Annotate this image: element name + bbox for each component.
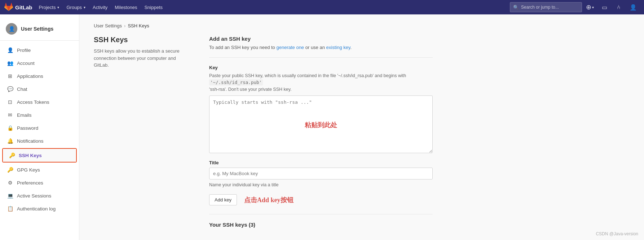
add-key-button-row: Add key 点击Add key按钮 [209, 194, 433, 205]
sidebar-item-label: Profile [17, 48, 31, 53]
sidebar-item-authentication-log[interactable]: 📋 Authentication log [0, 202, 79, 215]
csdn-watermark: CSDN @Java-version [596, 231, 638, 236]
add-ssh-key-title: Add an SSH key [209, 36, 433, 42]
nav-projects[interactable]: Projects ▾ [35, 0, 63, 14]
title-label: Title [209, 160, 433, 165]
avatar-icon: 👤 [9, 26, 15, 32]
add-key-annotation: 点击Add key按钮 [244, 196, 294, 204]
tablet-icon-button[interactable]: ▭ [598, 1, 611, 14]
nav-groups[interactable]: Groups ▾ [63, 0, 89, 14]
top-navigation: GitLab Projects ▾ Groups ▾ Activity Mile… [0, 0, 644, 14]
sidebar-item-chat[interactable]: 💬 Chat [0, 83, 79, 95]
sidebar-item-label: Account [17, 61, 35, 66]
sidebar-item-label: Emails [17, 112, 32, 118]
sidebar-item-label: SSH Keys [19, 153, 42, 158]
search-bar[interactable]: 🔍 Search or jump to... [510, 2, 582, 12]
sidebar-item-access-tokens[interactable]: ⊡ Access Tokens [0, 95, 79, 108]
sidebar-item-label: Notifications [17, 138, 44, 144]
add-key-button[interactable]: Add key [209, 194, 237, 205]
page-description: SSH keys allow you to establish a secure… [94, 48, 188, 69]
preferences-icon: ⚙ [7, 180, 13, 186]
title-hint: Name your individual key via a title [209, 182, 433, 188]
dropdown-arrow: ▾ [592, 5, 594, 9]
breadcrumb: User Settings › SSH Keys [94, 23, 630, 28]
account-icon: 👥 [7, 60, 13, 66]
sidebar-item-label: Access Tokens [17, 99, 49, 105]
profile-icon: 👤 [7, 47, 13, 53]
merge-request-icon-button[interactable]: ⑃ [612, 1, 625, 14]
key-textarea-wrapper: 粘贴到此处 [209, 95, 433, 154]
breadcrumb-current: SSH Keys [128, 23, 149, 28]
content-left: SSH Keys SSH keys allow you to establish… [94, 36, 188, 228]
sidebar: 👤 User Settings 👤 Profile 👥 Account ⊞ Ap… [0, 14, 79, 240]
avatar: 👤 [6, 23, 17, 35]
generate-one-link[interactable]: generate one [276, 45, 304, 50]
main-content: User Settings › SSH Keys SSH Keys SSH ke… [79, 14, 644, 240]
sidebar-item-gpg-keys[interactable]: 🔑 GPG Keys [0, 163, 79, 176]
sidebar-item-label: GPG Keys [17, 167, 40, 173]
ssh-key-input[interactable] [209, 95, 433, 153]
nav-activity[interactable]: Activity [89, 0, 111, 14]
sidebar-item-account[interactable]: 👥 Account [0, 57, 79, 70]
key-hint: Paste your public SSH key, which is usua… [209, 72, 433, 93]
add-key-description: To add an SSH key you need to generate o… [209, 45, 433, 50]
sidebar-user-header: 👤 User Settings [0, 20, 79, 41]
nav-snippets[interactable]: Snippets [141, 0, 166, 14]
nav-right-actions: 🔍 Search or jump to... ⊕ ▾ ▭ ⑃ 👤 [510, 1, 640, 14]
sidebar-item-label: Authentication log [17, 206, 56, 212]
nav-milestones[interactable]: Milestones [111, 0, 141, 14]
sidebar-item-password[interactable]: 🔒 Password [0, 121, 79, 134]
chat-icon: 💬 [7, 86, 13, 92]
sidebar-item-label: Applications [17, 74, 43, 79]
existing-key-link[interactable]: existing key [326, 45, 350, 50]
content-right: Add an SSH key To add an SSH key you nee… [209, 36, 433, 228]
key-label: Key [209, 65, 433, 70]
user-icon: 👤 [630, 4, 637, 11]
sidebar-item-preferences[interactable]: ⚙ Preferences [0, 176, 79, 189]
sidebar-item-ssh-keys[interactable]: 🔑 SSH Keys [3, 149, 76, 162]
sidebar-item-emails[interactable]: ✉ Emails [0, 108, 79, 121]
applications-icon: ⊞ [7, 73, 13, 79]
sidebar-nav: 👤 Profile 👥 Account ⊞ Applications 💬 Cha… [0, 44, 79, 215]
content-layout: SSH Keys SSH keys allow you to establish… [94, 36, 630, 228]
gitlab-logo-text: GitLab [15, 4, 32, 10]
active-sessions-icon: 💻 [7, 193, 13, 199]
chevron-down-icon: ▾ [57, 5, 59, 9]
gitlab-logo[interactable]: GitLab [4, 3, 32, 12]
page-wrapper: 👤 User Settings 👤 Profile 👥 Account ⊞ Ap… [0, 14, 644, 240]
sidebar-item-notifications[interactable]: 🔔 Notifications [0, 134, 79, 147]
title-input[interactable] [209, 168, 433, 179]
breadcrumb-separator: › [124, 23, 125, 28]
plus-icon-button[interactable]: ⊕ ▾ [583, 1, 596, 14]
sidebar-item-label: Password [17, 125, 38, 131]
sidebar-item-label: Active Sessions [17, 193, 51, 199]
user-icon-button[interactable]: 👤 [627, 1, 640, 14]
your-keys-title: Your SSH keys (3) [209, 214, 433, 228]
search-icon: 🔍 [513, 5, 519, 10]
key-field-group: Key Paste your public SSH key, which is … [209, 65, 433, 154]
sidebar-title: User Settings [21, 26, 53, 32]
sidebar-item-label: Preferences [17, 180, 43, 186]
merge-request-icon: ⑃ [617, 4, 621, 10]
password-icon: 🔒 [7, 125, 13, 131]
sidebar-item-profile[interactable]: 👤 Profile [0, 44, 79, 57]
plus-icon: ⊕ [586, 3, 591, 11]
sidebar-item-applications[interactable]: ⊞ Applications [0, 70, 79, 83]
gpg-keys-icon: 🔑 [7, 167, 13, 173]
tablet-icon: ▭ [602, 4, 607, 11]
ssh-keys-icon: 🔑 [9, 152, 15, 158]
sidebar-item-active-sessions[interactable]: 💻 Active Sessions [0, 189, 79, 202]
authentication-log-icon: 📋 [7, 206, 13, 212]
breadcrumb-parent-link[interactable]: User Settings [94, 23, 122, 28]
page-title: SSH Keys [94, 36, 188, 44]
access-tokens-icon: ⊡ [7, 99, 13, 105]
emails-icon: ✉ [7, 112, 13, 118]
notifications-icon: 🔔 [7, 138, 13, 144]
ssh-keys-active-border: 🔑 SSH Keys [2, 148, 77, 163]
sidebar-item-label: Chat [17, 86, 27, 92]
chevron-down-icon: ▾ [84, 5, 85, 9]
title-field-group: Title Name your individual key via a tit… [209, 160, 433, 188]
